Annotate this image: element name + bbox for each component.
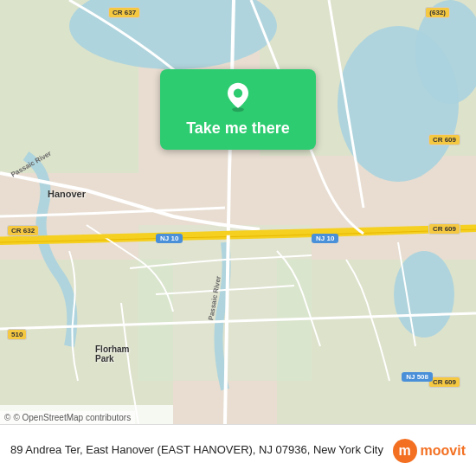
attribution-bar: © © OpenStreetMap contributors: [0, 411, 135, 424]
passaic-river-label-center: Passaic River: [207, 273, 223, 323]
svg-point-9: [394, 251, 454, 338]
map-container: CR 637 (632) CR 609 CR 609 CR 609 510 CR…: [0, 0, 476, 424]
location-pin-icon: [222, 81, 254, 113]
cr609-mid-badge: CR 609: [428, 223, 460, 235]
moovit-brand-text: moovit: [421, 443, 466, 459]
florham-park-label: FlorhamPark: [95, 344, 129, 363]
nj10-right-badge: NJ 10: [312, 234, 338, 243]
svg-point-6: [69, 0, 277, 69]
svg-rect-3: [0, 260, 173, 424]
cr609-top-badge: CR 609: [428, 134, 460, 145]
nj508-badge: NJ 508: [402, 372, 433, 382]
svg-rect-1: [0, 0, 138, 173]
moovit-letter: m: [398, 443, 410, 459]
passaic-river-label-left: Passaic River: [9, 149, 55, 180]
cr609-bot-badge: CR 609: [428, 376, 460, 388]
attribution-text[interactable]: © OpenStreetMap contributors: [13, 413, 131, 422]
take-me-there-label: Take me there: [186, 119, 290, 138]
address-text: 89 Andrea Ter, East Hanover (EAST HANOVE…: [10, 442, 384, 458]
hanover-label: Hanover: [48, 189, 86, 199]
svg-rect-0: [0, 0, 476, 424]
cr632-top-badge: (632): [425, 7, 450, 18]
svg-point-13: [234, 89, 242, 98]
svg-point-7: [338, 26, 459, 182]
take-me-there-button[interactable]: Take me there: [160, 69, 316, 150]
moovit-logo: m moovit: [393, 439, 466, 463]
info-bar: 89 Andrea Ter, East Hanover (EAST HANOVE…: [0, 424, 476, 476]
svg-rect-5: [138, 225, 312, 381]
badge-510: 510: [7, 329, 27, 340]
cr637-badge: CR 637: [108, 7, 140, 18]
nj10-left-badge: NJ 10: [156, 234, 183, 243]
take-me-there-container: Take me there: [160, 69, 316, 150]
svg-rect-4: [277, 260, 476, 424]
svg-line-10: [0, 227, 476, 239]
cr632-bot-badge: CR 632: [7, 225, 39, 236]
copyright-symbol: ©: [4, 413, 10, 422]
moovit-icon: m: [393, 439, 417, 463]
